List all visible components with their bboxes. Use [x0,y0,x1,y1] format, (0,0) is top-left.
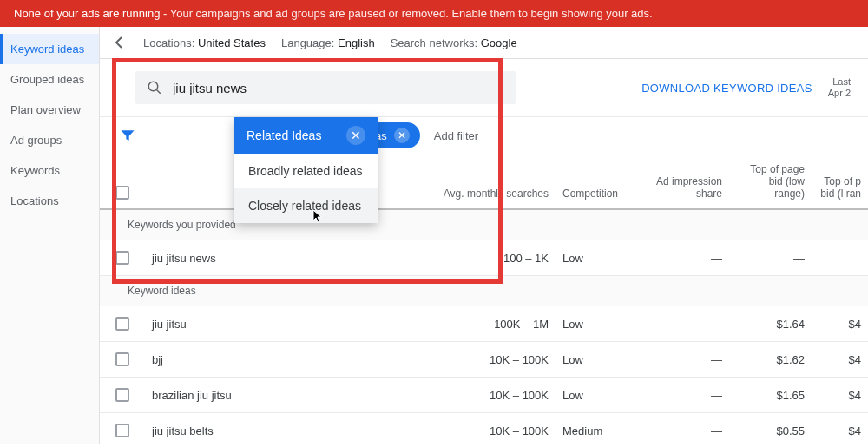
cell-imp: — [642,414,729,445]
dropdown-option-closely[interactable]: Closely related ideas [234,188,378,223]
cell-imp: — [642,343,729,377]
cell-low: $1.62 [729,343,812,377]
cell-high [812,247,868,268]
filter-icon[interactable] [117,127,138,144]
col-competition[interactable]: Competition [556,179,642,208]
cell-low: $1.65 [729,378,812,412]
cell-avg: 100 – 1K [425,241,556,275]
table-row[interactable]: bjj 10K – 100K Low — $1.62 $4 [100,342,868,378]
col-bid-high[interactable]: Top of p bid (l ran [812,167,868,208]
search-box[interactable] [135,71,516,104]
cell-avg: 10K – 100K [425,378,556,412]
alert-title: None of your ads are running [14,7,160,20]
cell-comp: Low [556,307,642,341]
cell-keyword: brazilian jiu jitsu [145,378,425,412]
search-row: DOWNLOAD KEYWORD IDEAS Last Apr 2 [100,59,868,116]
cell-comp: Low [556,343,642,377]
alert-detail: - Your campaigns and ad groups are pause… [160,7,652,20]
sidebar-item-keyword-ideas[interactable]: Keyword ideas [0,34,99,64]
cell-low: $0.55 [729,414,812,445]
dropdown-option-broadly[interactable]: Broadly related ideas [234,154,378,188]
table-header: Keyword Avg. monthly searches Competitio… [100,154,868,210]
cell-imp: — [642,307,729,341]
sidebar-item-plan-overview[interactable]: Plan overview [0,95,99,125]
chip-remove-icon[interactable]: ✕ [394,128,410,143]
row-checkbox[interactable] [115,352,129,366]
cell-avg: 10K – 100K [425,414,556,445]
targeting-bar: Locations: United States Language: Engli… [100,27,868,59]
add-filter-button[interactable]: Add filter [434,129,478,142]
download-keyword-ideas-link[interactable]: DOWNLOAD KEYWORD IDEAS [641,82,812,95]
cell-imp: — [642,378,729,412]
svg-point-0 [148,82,158,91]
table-row[interactable]: brazilian jiu jitsu 10K – 100K Low — $1.… [100,378,868,413]
date-range[interactable]: Last Apr 2 [828,76,851,99]
row-checkbox[interactable] [115,251,129,265]
main-panel: Locations: United States Language: Engli… [100,27,868,444]
cell-avg: 10K – 100K [425,343,556,377]
cell-high: $4 [812,307,868,341]
section-provided: Keywords you provided [100,210,868,240]
cell-keyword: jiu jitsu belts [145,414,425,445]
cell-keyword: bjj [145,343,425,377]
sidebar-item-ad-groups[interactable]: Ad groups [0,125,99,155]
section-ideas: Keyword ideas [100,276,868,306]
cell-high: $4 [812,343,868,377]
svg-line-1 [156,89,161,94]
cell-low: $1.64 [729,307,812,341]
sidebar-item-locations[interactable]: Locations [0,186,99,216]
language-target[interactable]: Language: English [281,36,375,49]
col-avg-searches[interactable]: Avg. monthly searches [425,179,556,208]
networks-target[interactable]: Search networks: Google [391,36,517,49]
alert-banner: None of your ads are running - Your camp… [0,0,868,27]
locations-target[interactable]: Locations: United States [143,36,266,49]
row-checkbox[interactable] [115,317,129,331]
search-icon [147,80,162,95]
cell-avg: 100K – 1M [425,307,556,341]
sidebar: Keyword ideas Grouped ideas Plan overvie… [0,27,100,444]
close-icon[interactable]: ✕ [346,126,365,145]
sidebar-item-grouped-ideas[interactable]: Grouped ideas [0,64,99,95]
cell-comp: Medium [556,414,642,445]
cell-high: $4 [812,378,868,412]
table-row[interactable]: jiu jitsu belts 10K – 100K Medium — $0.5… [100,413,868,444]
table-row[interactable]: jiu jitsu news 100 – 1K Low — — [100,240,868,276]
cursor-icon [311,208,323,224]
col-bid-low[interactable]: Top of page bid (low range) [729,154,812,208]
cell-keyword: jiu jitsu news [145,241,425,275]
dropdown-header: Related Ideas ✕ [234,117,378,154]
row-checkbox[interactable] [115,388,129,402]
back-icon[interactable] [110,34,128,51]
keyword-search-input[interactable] [173,81,504,95]
table-row[interactable]: jiu jitsu 100K – 1M Low — $1.64 $4 [100,306,868,342]
cell-high: $4 [812,414,868,445]
cell-keyword: jiu jitsu [145,307,425,341]
cell-comp: Low [556,241,642,275]
row-checkbox[interactable] [115,424,129,437]
filter-bar: Exclude adult ideas ✕ Add filter Related… [100,116,868,154]
cell-comp: Low [556,378,642,412]
col-impression-share[interactable]: Ad impression share [642,167,729,208]
select-all-checkbox[interactable] [115,186,129,200]
cell-imp: — [642,241,729,275]
sidebar-item-keywords[interactable]: Keywords [0,155,99,186]
related-ideas-dropdown: Related Ideas ✕ Broadly related ideas Cl… [234,117,378,223]
cell-low: — [729,241,812,275]
